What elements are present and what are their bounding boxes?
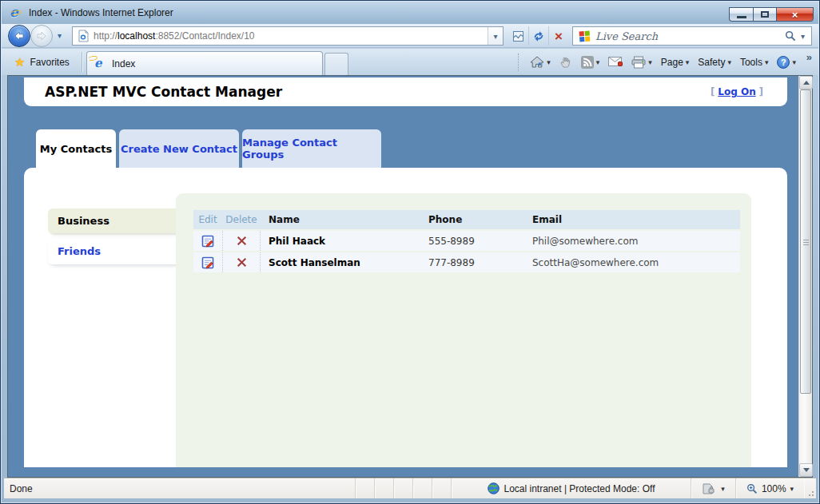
address-dropdown-button[interactable]: ▾ — [488, 27, 503, 45]
contact-name: Scott Hanselman — [261, 257, 420, 268]
web-page: ASP.NET MVC Contact Manager [ Log On ] M… — [8, 76, 798, 477]
scroll-down-icon — [803, 468, 810, 472]
page-title: ASP.NET MVC Contact Manager — [45, 77, 282, 106]
print-button[interactable]: ▾ — [630, 56, 654, 69]
favorites-button[interactable]: ★ Favorites — [8, 52, 76, 72]
recent-pages-dropdown[interactable]: ▾ — [58, 31, 62, 40]
contacts-panel: Edit Delete Name Phone Email — [176, 193, 751, 467]
ie-icon: e — [10, 6, 23, 19]
edit-button[interactable] — [193, 252, 222, 272]
browser-tab-title: Index — [112, 58, 135, 69]
tools-menu-button[interactable]: Tools ▾ — [738, 57, 770, 68]
back-button[interactable] — [8, 25, 30, 47]
status-cell — [374, 478, 393, 498]
status-cell — [412, 478, 432, 498]
header-delete: Delete — [222, 214, 261, 225]
edit-icon — [201, 235, 214, 248]
status-bar: Done Local intranet | Protected Mode: Of… — [4, 478, 816, 498]
table-header-row: Edit Delete Name Phone Email — [193, 210, 740, 229]
delete-x-icon — [237, 257, 247, 268]
zoom-dropdown-caret: ▾ — [790, 485, 794, 493]
zoom-magnifier-icon — [746, 483, 758, 494]
command-bar-separator — [518, 54, 520, 71]
edit-button[interactable] — [193, 231, 222, 251]
tab-manage-contact-groups[interactable]: Manage Contact Groups — [242, 129, 381, 168]
toolbar-overflow-chevron[interactable]: » — [806, 51, 812, 63]
search-options-dropdown[interactable]: ▾ — [801, 32, 805, 41]
compatibility-view-icon — [512, 30, 524, 42]
log-on-link[interactable]: Log On — [718, 86, 755, 97]
feeds-dropdown-caret[interactable]: ▾ — [596, 58, 600, 66]
delete-button[interactable] — [222, 231, 261, 251]
maximize-button[interactable] — [753, 7, 777, 22]
scrollbar-thumb[interactable] — [800, 89, 811, 394]
page-menu-button[interactable]: Page ▾ — [659, 57, 691, 68]
delete-button[interactable] — [222, 252, 261, 272]
tab-my-contacts[interactable]: My Contacts — [36, 129, 116, 168]
command-bar: ▾ ▾ ▾ Page ▾ Safety ▾ — [518, 52, 798, 72]
rss-feed-icon — [581, 56, 594, 69]
table-row: Phil Haack 555-8989 Phil@somewhere.com — [193, 231, 740, 251]
chevron-down-icon: ▾ — [493, 32, 497, 41]
privacy-settings-button[interactable]: ▾ — [691, 478, 735, 498]
mail-icon — [608, 57, 623, 67]
compatibility-view-button[interactable] — [508, 26, 528, 46]
forward-button[interactable] — [30, 25, 53, 47]
favorites-label: Favorites — [30, 57, 69, 68]
favorites-separator — [82, 52, 82, 72]
group-item-business[interactable]: Business — [48, 208, 179, 233]
scroll-up-button[interactable] — [799, 76, 813, 89]
home-dropdown-caret[interactable]: ▾ — [547, 58, 551, 66]
group-item-friends[interactable]: Friends — [48, 238, 186, 264]
minimize-button[interactable] — [729, 7, 753, 22]
close-icon: × — [792, 9, 798, 21]
security-zone[interactable]: Local intranet | Protected Mode: Off — [451, 478, 691, 498]
title-bar[interactable]: e Index - Windows Internet Explorer × — [2, 2, 818, 24]
help-button[interactable]: ? ▾ — [775, 56, 798, 69]
login-open-bracket: [ — [711, 86, 715, 97]
refresh-button[interactable] — [528, 26, 548, 46]
new-tab-button[interactable] — [324, 53, 348, 75]
status-cell — [432, 478, 451, 498]
refresh-icon — [532, 30, 545, 42]
navigation-bar: ▾ http://localhost:8852/Contact/Index/10… — [2, 24, 818, 48]
page-privacy-icon — [702, 483, 715, 494]
site-tabs: My Contacts Create New Contact Manage Co… — [36, 129, 381, 168]
scrollbar-grip — [803, 240, 809, 246]
zoom-control[interactable]: 100% ▾ — [735, 478, 804, 498]
address-bar[interactable]: http://localhost:8852/Contact/Index/10 ▾ — [72, 26, 504, 46]
suggested-sites-button[interactable] — [558, 56, 574, 68]
contacts-table: Edit Delete Name Phone Email — [193, 210, 740, 272]
maximize-icon — [761, 11, 769, 18]
globe-icon — [488, 482, 500, 494]
search-icon[interactable] — [785, 30, 796, 42]
forward-arrow-icon — [36, 31, 47, 41]
resize-grip-icon — [806, 489, 814, 497]
browser-tab-index[interactable]: e Index — [86, 51, 323, 75]
tab-create-new-contact[interactable]: Create New Contact — [119, 129, 239, 168]
search-box[interactable]: Live Search ▾ — [572, 26, 812, 46]
read-mail-button[interactable] — [607, 57, 624, 67]
address-toolstrip: × — [508, 26, 568, 46]
safety-menu-button[interactable]: Safety ▾ — [696, 57, 733, 68]
edit-icon — [201, 256, 214, 269]
contact-email: ScottHa@somewhere.com — [524, 257, 740, 268]
feeds-button[interactable]: ▾ — [579, 56, 602, 69]
favorites-star-icon: ★ — [14, 55, 25, 69]
scroll-down-button[interactable] — [799, 463, 813, 477]
vertical-scrollbar[interactable] — [798, 76, 812, 477]
url-text[interactable]: http://localhost:8852/Contact/Index/10 — [94, 30, 488, 42]
search-input[interactable]: Live Search — [595, 30, 780, 42]
table-row: Scott Hanselman 777-8989 ScottHa@somewhe… — [193, 252, 740, 272]
home-button[interactable]: ▾ — [528, 56, 552, 68]
header-name: Name — [261, 214, 420, 225]
hand-icon — [559, 56, 572, 68]
close-button[interactable]: × — [777, 7, 814, 22]
privacy-dropdown-caret: ▾ — [721, 485, 725, 493]
delete-x-icon — [237, 236, 247, 246]
stop-button[interactable]: × — [548, 26, 568, 46]
status-cell — [393, 478, 412, 498]
resize-grip[interactable] — [804, 478, 816, 498]
print-dropdown-caret[interactable]: ▾ — [648, 58, 652, 66]
stop-icon: × — [555, 30, 563, 43]
